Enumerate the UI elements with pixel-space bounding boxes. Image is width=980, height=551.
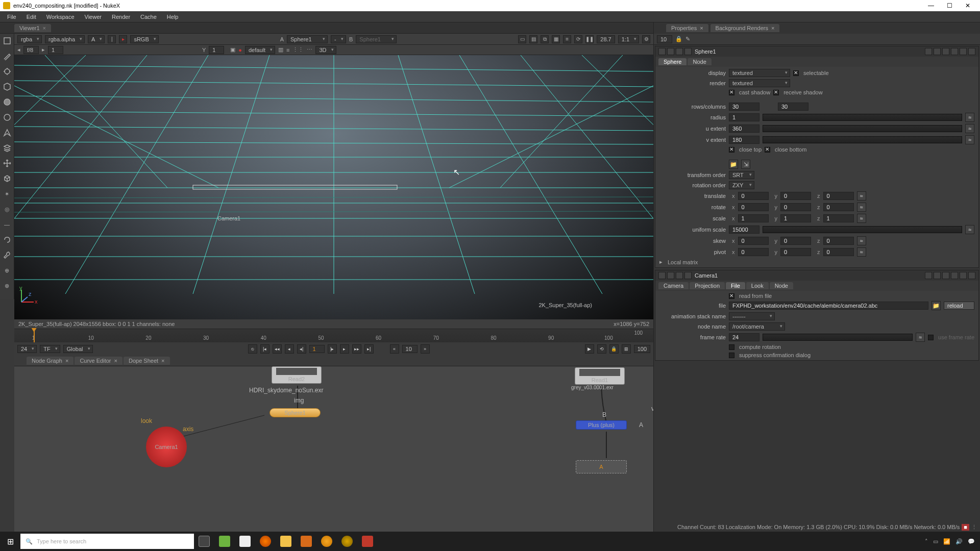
sphere-icon[interactable] [2, 97, 12, 107]
tab-curveeditor[interactable]: Curve Editor× [75, 357, 122, 365]
reload-button[interactable]: reload [944, 302, 974, 310]
roi-icon[interactable]: ▭ [518, 35, 526, 43]
py-field[interactable]: 0 [780, 248, 811, 256]
suppress-checkbox[interactable] [729, 353, 734, 358]
menu-help[interactable]: Help [162, 14, 184, 20]
a-input-dropdown[interactable]: Sphere1 [287, 35, 328, 43]
comprot-checkbox[interactable] [729, 344, 734, 350]
close-icon[interactable]: × [700, 25, 703, 31]
app-orange-icon[interactable] [296, 532, 316, 551]
app-explorer-icon[interactable] [276, 532, 296, 551]
globe-b-icon[interactable]: ⊗ [2, 281, 12, 291]
subtab-camera[interactable]: Camera [658, 282, 689, 289]
tab-properties[interactable]: Properties× [666, 24, 708, 32]
move-icon[interactable] [2, 158, 12, 168]
uscale-field[interactable]: 15000 [729, 226, 760, 234]
gridD-icon[interactable]: ⋯ [307, 46, 312, 53]
closebottom-checkbox[interactable] [765, 147, 770, 153]
menu-file[interactable]: File [2, 14, 21, 20]
step-fwd-icon[interactable]: ▸▸ [352, 344, 361, 354]
layer-dropdown[interactable]: A [88, 35, 105, 43]
node-read2[interactable]: Read2 [272, 366, 322, 384]
taskbar-search[interactable]: 🔍 Type here to search [20, 534, 194, 549]
refresh-icon[interactable]: ⟳ [574, 35, 582, 43]
cam3d-icon[interactable]: ▣ [230, 46, 235, 53]
subtab-node[interactable]: Node [688, 58, 711, 65]
endframe-field[interactable]: 100 [634, 345, 650, 353]
property-header[interactable]: Camera1 [655, 270, 978, 281]
menu-edit[interactable]: Edit [21, 14, 41, 20]
volume-icon[interactable]: 🔊 [955, 538, 963, 545]
subtab-node[interactable]: Node [770, 282, 793, 289]
ry-field[interactable]: 0 [780, 203, 811, 211]
skip-fwd-icon[interactable]: » [421, 344, 430, 354]
anim-icon[interactable]: ≈ [857, 247, 866, 257]
kx-field[interactable]: 0 [738, 237, 769, 245]
subtab-projection[interactable]: Projection [690, 282, 725, 289]
node-read1[interactable]: Read1 [575, 367, 625, 385]
tab-dopesheet[interactable]: Dope Sheet× [124, 357, 170, 365]
y-value[interactable]: 1 [209, 46, 224, 54]
wrench-icon[interactable] [2, 250, 12, 260]
radius-slider[interactable] [763, 114, 962, 121]
app-notes-icon[interactable] [235, 532, 255, 551]
import-icon[interactable]: ⇲ [741, 160, 750, 169]
cols-field[interactable]: 30 [778, 103, 808, 111]
close-icon[interactable]: × [771, 25, 774, 31]
step-size[interactable]: 10 [402, 345, 418, 353]
view-mode-dropdown[interactable]: 3D [315, 46, 336, 54]
zoom-value[interactable]: 28.7 [597, 35, 615, 43]
lut2-dropdown[interactable]: default [245, 46, 275, 54]
sy-field[interactable]: 1 [780, 214, 811, 222]
play-rev-icon[interactable]: ◂ [285, 344, 294, 354]
anim-icon[interactable]: ≈ [916, 333, 925, 342]
framerate-slider[interactable] [763, 334, 913, 341]
scope-dropdown[interactable]: Global [63, 345, 93, 353]
gear-icon[interactable]: ⚙ [642, 35, 650, 43]
uextent-slider[interactable] [763, 125, 962, 132]
close-icon[interactable]: × [65, 358, 68, 364]
vextent-field[interactable]: 180 [729, 136, 760, 144]
tab-bgrenders[interactable]: Background Renders× [710, 24, 780, 32]
skip-back-icon[interactable]: « [390, 344, 399, 354]
frame-fwd-icon[interactable]: |▸ [328, 344, 337, 354]
subtab-file[interactable]: File [726, 282, 745, 289]
selectable-checkbox[interactable] [793, 70, 799, 76]
ty-field[interactable]: 0 [780, 192, 811, 200]
prev-fstop-icon[interactable]: ◂ [17, 46, 20, 53]
rx-field[interactable]: 0 [738, 203, 769, 211]
anim-icon[interactable]: ≈ [965, 225, 974, 234]
radius-field[interactable]: 1 [729, 113, 760, 121]
nodegraph-canvas[interactable]: Read2 HDRI_skydome_noSun.exr img Sphere1… [14, 366, 653, 532]
castshadow-checkbox[interactable] [729, 90, 734, 95]
current-frame[interactable]: 1 [309, 345, 325, 353]
rz-field[interactable]: 0 [823, 203, 854, 211]
tab-nodegraph[interactable]: Node Graph× [27, 357, 74, 365]
start-button[interactable]: ⊞ [0, 537, 20, 546]
anim-icon[interactable]: ≈ [965, 113, 974, 122]
pz-field[interactable]: 0 [823, 248, 854, 256]
tf-dropdown[interactable]: TF [40, 345, 60, 353]
next-fstop-icon[interactable]: ▸ [42, 46, 45, 53]
pen-tool-icon[interactable] [2, 128, 12, 138]
ratio-dropdown[interactable]: 1:1 [618, 35, 639, 43]
localmatrix-label[interactable]: Local matrix [668, 259, 698, 265]
notification-icon[interactable]: 💬 [968, 538, 975, 545]
battery-icon[interactable]: ▭ [933, 538, 938, 545]
pause-icon[interactable]: ❚❚ [585, 35, 594, 43]
close-icon[interactable]: × [161, 358, 164, 364]
app-green-icon[interactable] [214, 532, 235, 551]
tx-field[interactable]: 0 [738, 192, 769, 200]
anim-icon[interactable]: ≈ [857, 191, 866, 201]
kz-field[interactable]: 0 [823, 237, 854, 245]
node-plus[interactable]: Plus (plus) [576, 420, 627, 430]
fstop-index[interactable]: 1 [48, 46, 63, 54]
node-viewer[interactable]: A [576, 460, 627, 473]
color-tool-icon[interactable] [2, 235, 12, 245]
subtab-look[interactable]: Look [746, 282, 769, 289]
sz-field[interactable]: 1 [823, 214, 854, 222]
target-icon[interactable] [2, 66, 12, 77]
app-firefox-icon[interactable] [255, 532, 276, 551]
render-dropdown[interactable]: textured [729, 79, 790, 87]
anim-icon[interactable]: ≈ [857, 236, 866, 245]
